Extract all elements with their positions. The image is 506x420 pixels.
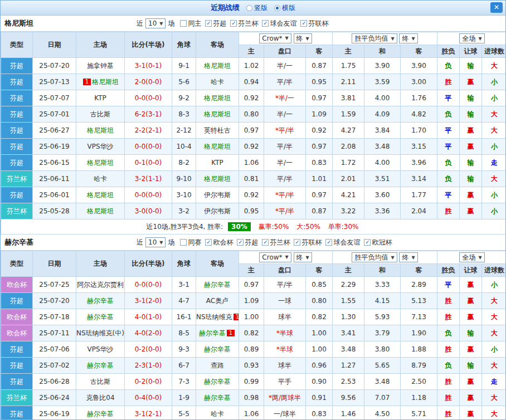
match-count-select[interactable]: 10 ▼ [145, 18, 166, 28]
home-team-cell[interactable]: 赫尔辛基 [76, 358, 125, 374]
home-team-cell[interactable]: 格尼斯坦 [76, 187, 125, 203]
filter-checkbox-item[interactable]: ✓芬兰杯 [262, 238, 290, 247]
match-count-select[interactable]: 10 ▼ [145, 237, 166, 247]
match-row: 芬超25-06-15格尼斯坦0-1(0-0)8-2KTP1.06半/一0.831… [1, 155, 506, 171]
away-team-cell[interactable]: AC奥卢 [196, 293, 239, 309]
home-team-cell[interactable]: 古比斯 [76, 106, 125, 123]
avg-type-select[interactable]: 胜平负均值 ▼ [352, 252, 397, 262]
away-team-cell[interactable]: 哈卡 [196, 74, 239, 90]
filter-checkbox-item[interactable]: ✓芬超 [205, 19, 226, 28]
checkbox-checked-icon: ✓ [237, 239, 244, 246]
scope-select[interactable]: 全场 ▼ [459, 252, 484, 262]
away-odds-cell: 0.82 [306, 309, 333, 325]
away-team-cell[interactable]: 格尼斯坦 [196, 58, 239, 74]
score-cell: 0-2(0-0) [125, 341, 172, 358]
filter-checkbox-item[interactable]: ✓欧冠杯 [364, 238, 392, 247]
team-name: 哈卡 [211, 410, 224, 418]
odds-source-value: Crow* [262, 253, 282, 261]
away-team-cell[interactable]: 格尼斯坦 [196, 139, 239, 155]
team-name: 赫尔辛基 [204, 345, 231, 353]
odds-final-select[interactable]: 终 ▼ [294, 252, 312, 262]
match-row: 芬超25-07-20施拿钟基3-1(0-1)9-1格尼斯坦1.02半/一0.87… [1, 58, 506, 74]
away-team-cell[interactable]: 格尼斯坦 [196, 171, 239, 187]
home-team-cell[interactable]: 施拿钟基 [76, 58, 125, 74]
close-button[interactable]: ✕ [490, 2, 503, 13]
filter-checkbox-item[interactable]: ✓球会友谊 [325, 238, 360, 247]
home-team-cell[interactable]: 赫尔辛基 [76, 406, 125, 420]
home-team-cell[interactable]: 格尼斯坦 [76, 155, 125, 171]
home-team-cell[interactable]: 古比斯 [76, 374, 125, 390]
filter-checkbox-item[interactable]: 同赛 [180, 238, 201, 247]
result-cell: 平 [437, 123, 460, 139]
away-team-cell[interactable]: NS珐纳维克1 [196, 309, 239, 325]
filter-checkbox-item[interactable]: 同主 [180, 19, 201, 28]
avg-draw-cell: 3.48 [364, 374, 401, 390]
avg-final-select[interactable]: 终 ▼ [399, 252, 417, 262]
avg-final-select[interactable]: 终 ▼ [399, 33, 417, 43]
result-cell: 胜 [437, 406, 460, 420]
scope-select[interactable]: 全场 ▼ [459, 33, 484, 43]
avg-away-cell: 2.50 [401, 374, 437, 390]
home-team-cell[interactable]: 哈卡 [76, 171, 125, 187]
home-team-cell[interactable]: 克鲁比04 [76, 390, 125, 406]
avg-type-select[interactable]: 胜平负均值 ▼ [352, 33, 397, 43]
filter-checkbox-item[interactable]: ✓球会友谊 [262, 19, 296, 28]
away-team-cell[interactable]: 格尼斯坦 [196, 106, 239, 123]
sub-header-avg-draw: 和 [364, 45, 401, 58]
away-team-cell[interactable]: 赫尔辛基 [196, 390, 239, 406]
away-team-cell[interactable]: 英特杜古 [196, 123, 239, 139]
home-team-cell[interactable]: 格尼斯坦 [76, 123, 125, 139]
col-header-away: 客场 [196, 251, 239, 277]
away-team-cell[interactable]: 伊尔韦斯 [196, 203, 239, 219]
filter-checkbox-item[interactable]: ✓欧会杯 [205, 238, 233, 247]
away-odds-cell: 0.97 [306, 90, 333, 106]
home-team-cell[interactable]: 赫尔辛基 [76, 309, 125, 325]
layout-horizontal-option[interactable]: 横版 [274, 3, 295, 13]
away-team-cell[interactable]: KTP [196, 155, 239, 171]
team-name: 格尼斯坦 [204, 175, 231, 183]
away-team-cell[interactable]: 格尼斯坦 [196, 90, 239, 106]
filter-checkbox-item[interactable]: ✓芬联杯 [300, 19, 328, 28]
away-odds-cell: 0.83 [306, 155, 333, 171]
away-team-cell[interactable]: 查路 [196, 358, 239, 374]
odds-source-select[interactable]: Crow* ▼ [259, 33, 291, 43]
league-type-cell: 芬超 [1, 187, 33, 203]
away-team-cell[interactable]: 赫尔辛基 [196, 374, 239, 390]
league-type-cell: 欧会杯 [1, 325, 33, 341]
home-team-cell[interactable]: 格尼斯坦 [76, 203, 125, 219]
home-team-cell[interactable]: 1格尼斯坦 [76, 74, 125, 90]
league-type-cell: 芬超 [1, 106, 33, 123]
away-team-cell[interactable]: 哈卡 [196, 406, 239, 420]
team-name: 赫尔辛基 [87, 410, 114, 418]
filter-checkbox-item[interactable]: ✓芬兰杯 [230, 19, 258, 28]
team-name: AC奥卢 [206, 297, 228, 305]
filter-checkbox-item[interactable]: ✓芬联杯 [294, 238, 322, 247]
team-name: 赫尔辛基 [87, 362, 114, 369]
home-team-cell[interactable]: 赫尔辛基 [76, 293, 125, 309]
avg-away-cell: 3.00 [401, 74, 437, 90]
near-label: 近 [137, 238, 143, 247]
home-odds-cell: 0.80 [239, 106, 264, 123]
match-row: 芬超25-07-06VPS华沙0-2(0-0)9-3赫尔辛基0.89*半球1.0… [1, 341, 506, 358]
corners-cell: 10-4 [172, 139, 196, 155]
home-team-cell[interactable]: VPS华沙 [76, 341, 125, 358]
goals-result-cell: 大 [482, 106, 506, 123]
home-team-cell[interactable]: VPS华沙 [76, 139, 125, 155]
layout-vertical-option[interactable]: 竖版 [246, 3, 267, 13]
filter-checkbox-label: 芬联杯 [301, 238, 322, 247]
team-name: 赫尔辛基 [199, 329, 226, 337]
home-team-cell[interactable]: NS珐纳维克(中) [76, 325, 125, 341]
handicap-result-cell: 赢 [460, 139, 482, 155]
odds-source-select[interactable]: Crow* ▼ [259, 252, 291, 262]
away-team-cell[interactable]: 伊尔韦斯 [196, 187, 239, 203]
corners-cell: 3-1 [172, 277, 196, 293]
away-team-cell[interactable]: 赫尔辛基 [196, 341, 239, 358]
chevron-down-icon: ▼ [411, 255, 415, 260]
home-team-cell[interactable]: 阿尔达克尔贾利 [76, 277, 125, 293]
filter-checkbox-item[interactable]: ✓芬超 [237, 238, 258, 247]
away-team-cell[interactable]: 赫尔辛基1 [196, 325, 239, 341]
odds-final-select[interactable]: 终 ▼ [294, 33, 312, 43]
home-team-cell[interactable]: KTP [76, 90, 125, 106]
handicap-result-cell: 赢 [460, 374, 482, 390]
away-team-cell[interactable]: 赫尔辛基 [196, 277, 239, 293]
